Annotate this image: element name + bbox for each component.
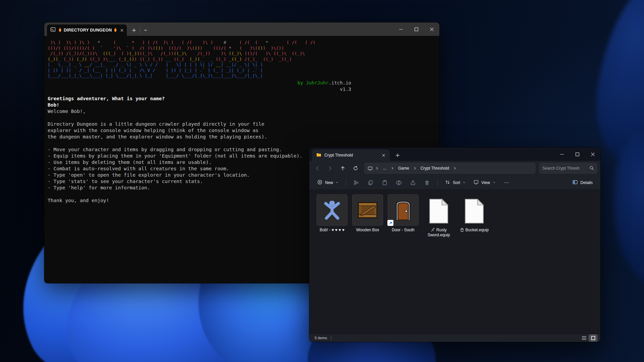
maximize-button[interactable]: [570, 147, 585, 161]
details-button-label: Details: [580, 180, 593, 185]
explorer-tab-title: Crypt Threshold: [324, 153, 377, 158]
chevron-right-icon: [412, 166, 418, 170]
sort-button[interactable]: Sort: [442, 177, 469, 188]
back-icon[interactable]: [311, 163, 323, 174]
more-options-icon[interactable]: [500, 177, 513, 188]
paste-icon[interactable]: [378, 177, 391, 188]
new-tab-button[interactable]: [129, 25, 139, 35]
file-item[interactable]: Door - South: [385, 194, 421, 233]
chevron-right-icon: [452, 166, 458, 170]
new-button-label: New: [325, 180, 333, 185]
search-input[interactable]: [542, 166, 587, 171]
chevron-down-icon: [335, 180, 339, 185]
search-icon[interactable]: [589, 166, 594, 171]
explorer-tabbar[interactable]: Crypt Threshold: [309, 147, 600, 161]
item-count: 5 items: [315, 336, 327, 340]
chevron-right-icon: [374, 166, 380, 170]
explorer-window: Crypt Threshold …: [309, 147, 600, 342]
file-item[interactable]: Bucket.equip: [457, 194, 492, 233]
details-button[interactable]: Details: [569, 177, 596, 188]
forward-icon[interactable]: [324, 163, 336, 174]
credit-author: by JuhrJuhr: [298, 80, 329, 85]
shortcut-arrow-icon: [387, 220, 393, 226]
file-item-label: Rusty Sword.equip: [422, 228, 456, 238]
toolbar-divider: [346, 179, 346, 187]
chevron-down-icon: [463, 180, 466, 185]
share-icon[interactable]: [407, 177, 419, 188]
terminal-title-text: DIRECTORY DUNGEON: [64, 28, 112, 33]
file-item-label: Bob! - ♥ ♥ ♥ ♥: [320, 228, 344, 233]
dagger-icon: [431, 228, 435, 232]
flame-icon: [58, 27, 62, 33]
breadcrumb-item-game[interactable]: Game: [396, 165, 412, 172]
list-view-icon[interactable]: [580, 335, 588, 341]
breadcrumb[interactable]: … Game Crypt Threshold: [364, 163, 535, 174]
refresh-icon[interactable]: [350, 163, 362, 174]
sort-icon: [445, 179, 450, 186]
breadcrumb-overflow[interactable]: …: [380, 165, 389, 172]
terminal-text-line: explorer with the console window helping…: [48, 127, 436, 134]
terminal-text-line: Directory Dungeon is a little dungeon cr…: [48, 121, 436, 127]
terminal-text-line: [48, 115, 436, 121]
terminal-titlebar[interactable]: DIRECTORY DUNGEON: [44, 22, 439, 36]
file-icon: [429, 198, 448, 225]
flame-icon: [113, 27, 117, 33]
person-icon: [317, 194, 347, 226]
search-box[interactable]: [539, 163, 597, 174]
bucket-icon: [460, 228, 464, 232]
tab-close-icon[interactable]: [380, 152, 387, 159]
sort-button-label: Sort: [453, 180, 460, 185]
explorer-toolbar: New Sort View: [309, 176, 600, 190]
up-icon[interactable]: [337, 163, 349, 174]
explorer-tab[interactable]: Crypt Threshold: [312, 149, 390, 161]
new-button[interactable]: New: [314, 177, 342, 188]
status-divider: [331, 336, 331, 340]
folder-icon: [316, 152, 322, 159]
close-button[interactable]: [585, 147, 600, 161]
terminal-tab[interactable]: DIRECTORY DUNGEON: [47, 24, 127, 36]
view-button-label: View: [481, 180, 490, 185]
file-item[interactable]: Bob! - ♥ ♥ ♥ ♥: [314, 194, 350, 233]
terminal-text-line: Welcome Bob!,: [48, 108, 436, 115]
toolbar-divider: [437, 179, 438, 187]
file-item-label: Bucket.equip: [460, 228, 489, 233]
credit-site: .itch.io: [329, 80, 351, 85]
ascii-art-banner: )\ ) )\ ) )\ ) * ( * ) ( /( )\ ) ( /( )\…: [48, 40, 436, 79]
tab-separator: [140, 27, 140, 33]
maximize-button[interactable]: [409, 22, 424, 36]
minimize-button[interactable]: [554, 147, 570, 161]
terminal-text-line: [48, 140, 436, 146]
file-item-label: Wooden Box: [356, 228, 379, 233]
explorer-file-area[interactable]: Bob! - ♥ ♥ ♥ ♥Wooden BoxDoor - South Rus…: [309, 190, 600, 334]
credit-line: by JuhrJuhr.itch.io v1.3: [48, 80, 351, 93]
cut-icon[interactable]: [350, 177, 363, 188]
file-item-label: Door - South: [392, 228, 415, 233]
view-button[interactable]: View: [470, 177, 499, 188]
copy-icon[interactable]: [364, 177, 377, 188]
terminal-tab-title: DIRECTORY DUNGEON: [58, 27, 117, 33]
terminal-text-line: the dungeon master, and the explorer win…: [48, 134, 436, 140]
crate-icon: [352, 194, 383, 226]
file-item[interactable]: Wooden Box: [350, 194, 385, 233]
file-item[interactable]: Rusty Sword.equip: [421, 194, 457, 238]
details-pane-icon: [572, 179, 578, 186]
terminal-text-line: Bob!: [48, 102, 436, 108]
view-icon: [473, 179, 479, 186]
breadcrumb-item-crypt-threshold[interactable]: Crypt Threshold: [418, 165, 451, 172]
close-button[interactable]: [424, 22, 439, 36]
rename-icon[interactable]: [392, 177, 405, 188]
plus-circle-icon: [317, 179, 323, 186]
minimize-button[interactable]: [393, 22, 409, 36]
tab-dropdown-button[interactable]: [141, 25, 151, 35]
chevron-right-icon: [390, 166, 395, 170]
explorer-status-bar: 5 items: [309, 334, 600, 342]
tab-close-icon[interactable]: [120, 26, 124, 34]
new-tab-button[interactable]: [392, 150, 402, 160]
file-icon: [465, 198, 484, 225]
explorer-address-bar: … Game Crypt Threshold: [309, 161, 600, 176]
icons-view-icon[interactable]: [589, 335, 597, 341]
terminal-text-line: Greetings adventurer, What is your name?: [48, 96, 436, 102]
monitor-icon[interactable]: [367, 166, 374, 171]
delete-icon[interactable]: [421, 177, 433, 188]
command-prompt-icon: [50, 27, 56, 34]
